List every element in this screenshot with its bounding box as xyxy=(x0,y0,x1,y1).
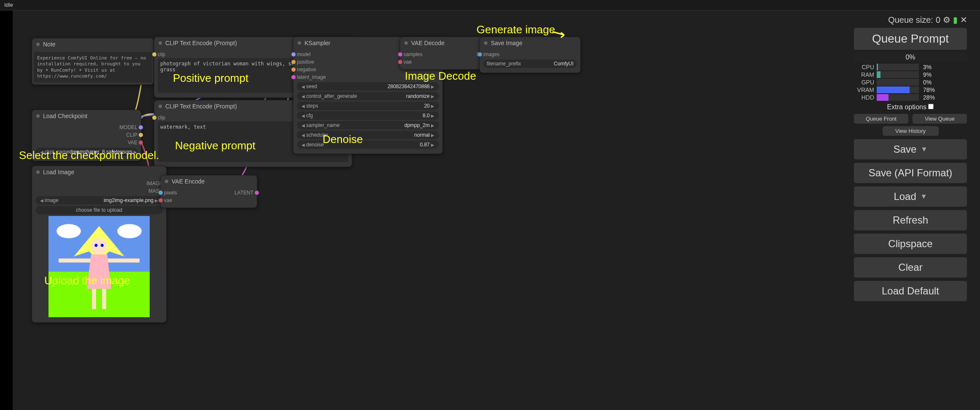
image-path-widget[interactable]: ◀ image img2img-example.png ▶ xyxy=(35,196,163,205)
node-save-image[interactable]: Save Image images filename_prefixComfyUI xyxy=(479,37,581,73)
annotation-generate: Generate image xyxy=(477,23,555,36)
sampler-widget[interactable]: ◀sampler_namedpmpp_2m▶ xyxy=(297,121,439,129)
queue-size: Queue size: 0 ⚙ ▮ ✕ xyxy=(853,15,967,25)
system-stats: CPU3% RAM9% GPU0% VRAM78% HDD28% xyxy=(853,64,967,101)
node-title: KSampler xyxy=(304,40,330,46)
image-preview xyxy=(48,216,150,317)
topbar: Idle xyxy=(0,0,980,11)
node-note[interactable]: Note Experience ComfyUI Online for free … xyxy=(32,38,154,85)
status-text: Idle xyxy=(4,2,13,8)
refresh-button[interactable]: Refresh xyxy=(853,210,967,231)
svg-point-2 xyxy=(57,224,81,238)
node-title: Load Checkpoint xyxy=(43,113,87,119)
svg-rect-8 xyxy=(92,289,96,309)
node-load-checkpoint[interactable]: Load Checkpoint MODEL CLIP VAE ◀ ckpt_na… xyxy=(32,110,141,161)
save-api-button[interactable]: Save (API Format) xyxy=(853,162,967,183)
steps-widget[interactable]: ◀steps20▶ xyxy=(297,102,439,110)
load-default-button[interactable]: Load Default xyxy=(853,281,967,302)
queue-prompt-button[interactable]: Queue Prompt xyxy=(853,27,967,50)
view-queue-button[interactable]: View Queue xyxy=(912,113,967,124)
node-title: VAE Decode xyxy=(411,40,444,46)
sidebar: Queue size: 0 ⚙ ▮ ✕ Queue Prompt 0% CPU3… xyxy=(849,11,972,308)
node-canvas[interactable]: Note Experience ComfyUI Online for free … xyxy=(13,11,980,410)
save-button[interactable]: Save▼ xyxy=(853,139,967,160)
extra-options: Extra options xyxy=(853,103,967,111)
node-title: Load Image xyxy=(43,169,74,175)
view-history-button[interactable]: View History xyxy=(882,126,939,136)
load-button[interactable]: Load▼ xyxy=(853,186,967,207)
progress-bar: 0% xyxy=(853,53,967,62)
svg-rect-9 xyxy=(102,289,106,309)
node-title: Note xyxy=(43,41,56,48)
svg-point-4 xyxy=(91,238,107,254)
denoise-widget[interactable]: ◀denoise0.87▶ xyxy=(297,140,439,149)
filename-prefix-widget[interactable]: filename_prefixComfyUI xyxy=(483,59,577,68)
node-vae-encode[interactable]: VAE Encode pixelsLATENT vae xyxy=(160,175,257,208)
clear-button[interactable]: Clear xyxy=(853,257,967,278)
node-title: Save Image xyxy=(491,40,522,46)
chevron-left-icon[interactable]: ◀ xyxy=(39,198,45,203)
svg-point-6 xyxy=(101,244,104,247)
seed-widget[interactable]: ◀seed280823642470888▶ xyxy=(297,82,439,91)
cfg-widget[interactable]: ◀cfg8.0▶ xyxy=(297,111,439,120)
power-icon[interactable]: ▮ xyxy=(953,15,958,25)
svg-point-3 xyxy=(117,224,142,238)
queue-front-button[interactable]: Queue Front xyxy=(853,113,909,124)
chevron-down-icon[interactable]: ▼ xyxy=(921,146,927,153)
control-widget[interactable]: ◀control_after_generaterandomize▶ xyxy=(297,92,439,100)
upload-button[interactable]: choose file to upload xyxy=(35,206,163,214)
node-title: CLIP Text Encode (Prompt) xyxy=(165,40,237,46)
scheduler-widget[interactable]: ◀schedulernormal▶ xyxy=(297,131,439,139)
node-title: VAE Encode xyxy=(172,178,205,185)
gear-icon[interactable]: ⚙ xyxy=(943,15,950,25)
svg-point-5 xyxy=(94,244,97,247)
ckpt-name-widget[interactable]: ◀ ckpt_name dreamshaper_8.safetensors ▶ xyxy=(35,148,137,156)
node-title: CLIP Text Encode (Prompt) xyxy=(165,103,237,110)
node-load-image[interactable]: Load Image IMAGE MASK ◀ image img2img-ex… xyxy=(32,166,167,323)
chevron-right-icon[interactable]: ▶ xyxy=(132,150,138,154)
extra-options-checkbox[interactable] xyxy=(928,104,934,109)
clipspace-button[interactable]: Clipspace xyxy=(853,233,967,254)
close-icon[interactable]: ✕ xyxy=(960,15,967,25)
chevron-left-icon[interactable]: ◀ xyxy=(39,150,45,154)
note-text: Experience ComfyUI Online for free — no … xyxy=(34,52,152,83)
chevron-down-icon[interactable]: ▼ xyxy=(921,193,927,200)
